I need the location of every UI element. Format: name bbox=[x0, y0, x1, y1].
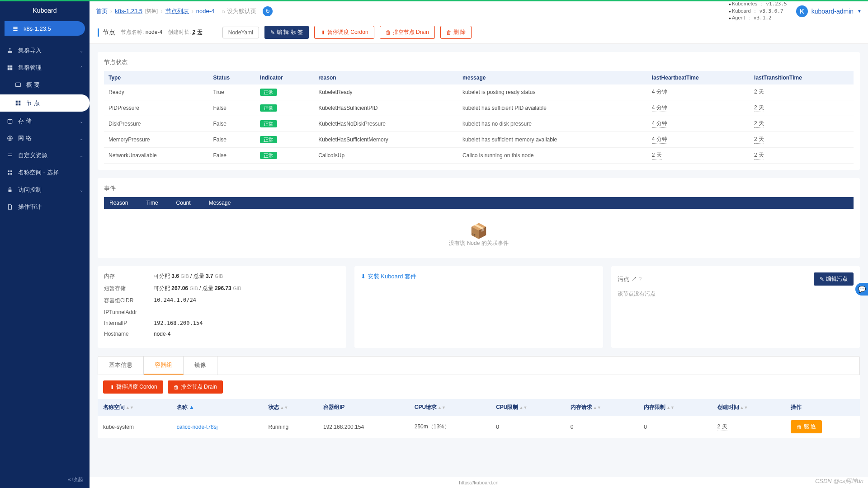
chevron-down-icon: ⌄ bbox=[80, 48, 83, 53]
events-title: 事件 bbox=[104, 184, 854, 192]
sidebar-item-namespace[interactable]: 名称空间 - 选择 bbox=[0, 164, 90, 181]
taints-card: 污点 ↗ ? ✎ 编辑污点 该节点没有污点 bbox=[611, 266, 860, 348]
pod-name-link[interactable]: calico-node-t78sj bbox=[171, 416, 263, 438]
refresh-button[interactable]: ↻ bbox=[263, 6, 273, 16]
chevron-down-icon: ▼ bbox=[857, 9, 862, 14]
sidebar-label: 网 络 bbox=[18, 134, 32, 142]
tab-basic[interactable]: 基本信息 bbox=[98, 357, 144, 375]
storage-icon bbox=[6, 117, 14, 125]
sidebar-label: 名称空间 - 选择 bbox=[18, 169, 59, 177]
pods-cordon-button[interactable]: ⏸ 暂停调度 Cordon bbox=[103, 380, 163, 394]
user-name: kuboard-admin bbox=[811, 8, 854, 15]
cluster-icon bbox=[12, 25, 19, 32]
tabs: 基本信息 容器组 镜像 bbox=[98, 356, 860, 375]
svg-rect-9 bbox=[8, 173, 9, 175]
breadcrumb-node[interactable]: node-4 bbox=[196, 8, 214, 14]
status-row: ReadyTrue正常KubeletReadykubelet is postin… bbox=[104, 84, 854, 100]
tab-pods[interactable]: 容器组 bbox=[144, 357, 184, 375]
namespace-icon bbox=[6, 169, 14, 176]
chevron-down-icon: ⌄ bbox=[80, 153, 83, 158]
cordon-button[interactable]: ⏸ 暂停调度 Cordon bbox=[314, 26, 374, 39]
empty-box-icon: 📦 bbox=[104, 222, 854, 239]
status-row: PIDPressureFalse正常KubeletHasSufficientPI… bbox=[104, 100, 854, 116]
sidebar-item-nodes[interactable]: 节 点 bbox=[0, 94, 90, 112]
grid-icon bbox=[14, 99, 22, 107]
sidebar-item-access[interactable]: 访问控制 ⌄ bbox=[0, 181, 90, 198]
sidebar-label: 节 点 bbox=[26, 99, 40, 107]
list-icon bbox=[6, 152, 14, 159]
lock-icon bbox=[6, 186, 14, 193]
svg-rect-1 bbox=[16, 101, 18, 103]
sidebar-item-audit[interactable]: 操作审计 bbox=[0, 198, 90, 216]
svg-rect-7 bbox=[8, 170, 9, 172]
sidebar-item-import[interactable]: 集群导入 ⌄ bbox=[0, 42, 90, 59]
sidebar-label: 存 储 bbox=[18, 117, 32, 125]
status-title: 节点状态 bbox=[104, 58, 854, 66]
svg-point-5 bbox=[8, 119, 12, 121]
svg-rect-3 bbox=[16, 103, 18, 105]
help-bubble[interactable]: 💬 bbox=[855, 283, 868, 296]
taints-empty: 该节点没有污点 bbox=[618, 290, 854, 298]
sidebar-cluster-label: k8s-1.23.5 bbox=[24, 25, 51, 32]
breadcrumb-switch[interactable]: [切换] bbox=[145, 8, 158, 14]
kuboard-suite-card: ⬇ 安装 Kuboard 套件 bbox=[354, 266, 603, 348]
sidebar-label: 自定义资源 bbox=[18, 151, 47, 160]
events-card: 事件 Reason Time Count Message 📦 没有该 Node … bbox=[98, 178, 860, 258]
pods-drain-button[interactable]: 🗑 排空节点 Drain bbox=[168, 380, 223, 394]
sidebar-cluster-selector[interactable]: k8s-1.23.5 bbox=[5, 21, 85, 36]
breadcrumb: 首页 › k8s-1.23.5 [切换] › 节点列表 › node-4 ⌂ 设… bbox=[96, 6, 729, 16]
breadcrumb-cluster[interactable]: k8s-1.23.5 bbox=[115, 8, 142, 14]
brand-logo: Kuboard bbox=[0, 1, 90, 19]
sidebar-item-overview[interactable]: 概 要 bbox=[0, 76, 90, 94]
sidebar-label: 概 要 bbox=[26, 81, 40, 89]
drain-button[interactable]: 🗑 排空节点 Drain bbox=[380, 26, 435, 39]
status-table: Type Status Indicator reason message las… bbox=[104, 71, 854, 164]
import-icon bbox=[6, 47, 14, 54]
install-suite-link[interactable]: ⬇ 安装 Kuboard 套件 bbox=[361, 272, 597, 281]
sidebar-label: 集群导入 bbox=[18, 47, 42, 55]
header: 首页 › k8s-1.23.5 [切换] › 节点列表 › node-4 ⌂ 设… bbox=[90, 1, 868, 21]
sidebar-label: 操作审计 bbox=[18, 203, 42, 211]
svg-rect-4 bbox=[19, 103, 20, 105]
versions: Kubernetes:v1.23.5 Kuboard:v3.3.0.7 Agen… bbox=[729, 1, 787, 22]
svg-rect-8 bbox=[10, 170, 12, 172]
overview-icon bbox=[14, 81, 22, 89]
sidebar-label: 集群管理 bbox=[18, 64, 42, 72]
sidebar-item-cluster-mgmt[interactable]: 集群管理 ⌃ bbox=[0, 59, 90, 76]
network-icon bbox=[6, 135, 14, 142]
chevron-up-icon: ⌃ bbox=[80, 66, 83, 70]
sidebar-item-storage[interactable]: 存 储 ⌄ bbox=[0, 113, 90, 130]
status-row: DiskPressureFalse正常KubeletHasNoDiskPress… bbox=[104, 116, 854, 132]
sidebar-collapse[interactable]: « 收起 bbox=[0, 471, 90, 488]
delete-button[interactable]: 🗑 删 除 bbox=[440, 26, 472, 39]
events-empty: 📦 没有该 Node 的关联事件 bbox=[104, 209, 854, 252]
breadcrumb-home[interactable]: 首页 bbox=[96, 7, 108, 15]
sidebar-label: 访问控制 bbox=[18, 186, 42, 194]
evict-button[interactable]: 🗑 驱 逐 bbox=[791, 420, 822, 433]
sidebar-item-crd[interactable]: 自定义资源 ⌄ bbox=[0, 147, 90, 164]
toolbar: 节点 节点名称: node-4 创建时长: 2 天 NodeYaml ✎ 编 辑… bbox=[90, 21, 868, 44]
user-menu[interactable]: K kuboard-admin ▼ bbox=[796, 5, 862, 17]
set-default-link[interactable]: ⌂ 设为默认页 bbox=[222, 7, 256, 15]
chevron-down-icon: ⌄ bbox=[80, 188, 83, 192]
edit-labels-button[interactable]: ✎ 编 辑 标 签 bbox=[264, 26, 309, 39]
svg-rect-0 bbox=[16, 83, 21, 86]
pods-table: 名称空间▲▼ 名称 ▲ 状态▲▼ 容器组IP CPU请求▲▼ CPU限制▲▼ 内… bbox=[98, 399, 860, 438]
events-header-row: Reason Time Count Message bbox=[104, 197, 854, 209]
user-avatar: K bbox=[796, 5, 808, 17]
audit-icon bbox=[6, 203, 14, 211]
tab-images[interactable]: 镜像 bbox=[184, 357, 217, 375]
sidebar-item-network[interactable]: 网 络 ⌄ bbox=[0, 130, 90, 147]
breadcrumb-nodelist[interactable]: 节点列表 bbox=[165, 7, 189, 15]
svg-rect-2 bbox=[19, 101, 20, 103]
chevron-down-icon: ⌄ bbox=[80, 119, 83, 124]
pods-card: 基本信息 容器组 镜像 ⏸ 暂停调度 Cordon 🗑 排空节点 Drain 名… bbox=[98, 356, 860, 438]
edit-taints-button[interactable]: ✎ 编辑污点 bbox=[814, 272, 854, 286]
svg-rect-10 bbox=[10, 173, 12, 175]
sidebar: Kuboard k8s-1.23.5 集群导入 ⌄ 集群管理 ⌃ 概 要 节 点 bbox=[0, 1, 90, 488]
pod-row: kube-system calico-node-t78sj Running 19… bbox=[98, 416, 860, 438]
node-yaml-button[interactable]: NodeYaml bbox=[222, 27, 259, 38]
created-meta: 创建时长: 2 天 bbox=[168, 28, 203, 36]
taints-title: 污点 ↗ ? bbox=[618, 275, 642, 283]
box-icon bbox=[6, 64, 14, 71]
